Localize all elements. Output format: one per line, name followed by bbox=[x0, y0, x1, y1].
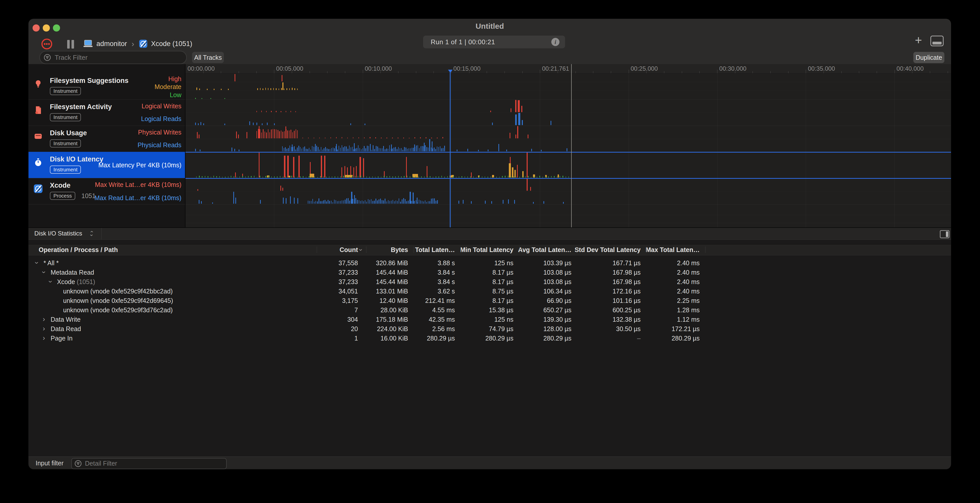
table-row[interactable]: unknown (vnode 0xfe529c9f42bbc2ad)34,051… bbox=[29, 287, 951, 296]
chart-bar bbox=[286, 88, 287, 90]
table-row[interactable]: ›Data Read20224.00 KiB2.56 ms74.79 µs128… bbox=[29, 324, 951, 334]
chart-bar bbox=[332, 202, 333, 204]
chart-bar bbox=[391, 149, 391, 151]
info-icon[interactable]: i bbox=[551, 38, 560, 46]
column-header[interactable]: Std Dev Total Latency bbox=[575, 246, 641, 254]
duplicate-button[interactable]: Duplicate bbox=[913, 52, 944, 63]
breadcrumb-device[interactable]: admonitor bbox=[96, 40, 127, 48]
chart-bar bbox=[302, 138, 303, 138]
chart-bar bbox=[420, 146, 421, 151]
disclosure-triangle[interactable]: › bbox=[40, 271, 48, 273]
column-divider[interactable] bbox=[366, 246, 366, 253]
cell-value: 66.90 µs bbox=[547, 297, 571, 305]
chart-bar bbox=[434, 148, 434, 151]
column-header[interactable]: Avg Total Laten… bbox=[518, 246, 571, 254]
detail-view-selector[interactable]: Disk I/O Statistics bbox=[34, 230, 82, 237]
inspection-head-handle[interactable] bbox=[448, 70, 453, 73]
table-header: Operation / Process / PathCountBytesTota… bbox=[29, 244, 951, 255]
column-header[interactable]: Count bbox=[340, 246, 358, 254]
track-row-disk-io-latency[interactable]: Disk I/O Latency Instrument Max Latency … bbox=[29, 152, 185, 178]
inspection-head[interactable] bbox=[450, 71, 450, 227]
chart-bar bbox=[436, 201, 436, 204]
all-tracks-button[interactable]: All Tracks bbox=[192, 52, 224, 63]
track-kind-badge: Instrument bbox=[50, 113, 81, 121]
cell-value: 3,175 bbox=[342, 297, 358, 305]
chart-bar bbox=[211, 177, 212, 178]
column-divider[interactable] bbox=[646, 246, 647, 253]
column-header[interactable]: Bytes bbox=[391, 246, 408, 254]
chart-bar bbox=[426, 202, 427, 204]
table-row[interactable]: ›Xcode (1051)37,233145.44 MiB3.84 s8.17 … bbox=[29, 277, 951, 287]
breadcrumb-target[interactable]: Xcode (1051) bbox=[151, 40, 192, 48]
chart-bar bbox=[365, 148, 366, 151]
column-header[interactable]: Min Total Latency bbox=[460, 246, 514, 254]
cell-value: 280.29 µs bbox=[543, 335, 571, 342]
timeline-chart-surface[interactable]: 00:00.00000:05.00000:10.00000:15.00000:2… bbox=[186, 64, 951, 227]
chart-bar bbox=[337, 176, 338, 178]
column-divider[interactable] bbox=[414, 246, 414, 253]
chart-bar bbox=[340, 201, 341, 204]
chart-bar bbox=[465, 176, 465, 178]
column-header-operation[interactable]: Operation / Process / Path bbox=[39, 246, 118, 254]
record-button[interactable] bbox=[41, 38, 52, 50]
chart-bar bbox=[416, 146, 417, 151]
chart-bar bbox=[433, 198, 433, 204]
chart-bar bbox=[470, 176, 471, 178]
table-row[interactable]: ›Page In116.00 KiB280.29 µs280.29 µs280.… bbox=[29, 334, 951, 343]
chart-bar bbox=[200, 149, 200, 151]
track-row-xcode-process[interactable]: Xcode Process 1051 Max Write Lat…er 4KB … bbox=[29, 178, 185, 205]
cell-value: 304 bbox=[347, 316, 358, 323]
cell-value: 1 bbox=[355, 335, 358, 342]
chart-bar bbox=[421, 176, 422, 178]
chart-bar bbox=[345, 200, 345, 204]
track-row-disk-usage[interactable]: Disk Usage Instrument Physical Writes Ph… bbox=[29, 125, 185, 152]
chart-bar bbox=[366, 202, 367, 204]
cell-value: 3.88 s bbox=[438, 259, 455, 267]
chart-bar bbox=[286, 111, 286, 112]
chart-bar bbox=[232, 148, 232, 151]
pause-icon[interactable] bbox=[67, 40, 70, 49]
column-divider[interactable] bbox=[520, 246, 520, 253]
track-row-filesystem-activity[interactable]: Filesystem Activity Instrument Logical W… bbox=[29, 100, 185, 126]
disclosure-triangle[interactable]: › bbox=[43, 325, 45, 333]
add-instrument-button[interactable]: + bbox=[911, 33, 926, 47]
disclosure-triangle[interactable]: › bbox=[46, 281, 54, 283]
disclosure-triangle[interactable]: › bbox=[33, 262, 41, 264]
chart-bar bbox=[487, 177, 488, 178]
chart-bar bbox=[310, 149, 311, 151]
run-info-pill[interactable]: Run 1 of 1 | 00:00:21 i bbox=[423, 36, 565, 48]
series-label-moderate: Moderate bbox=[154, 83, 181, 90]
column-header[interactable]: Total Laten… bbox=[415, 246, 455, 254]
table-row[interactable]: ›* All *37,558320.86 MiB3.88 s125 ns103.… bbox=[29, 259, 951, 268]
column-divider[interactable] bbox=[461, 246, 461, 253]
column-divider[interactable] bbox=[577, 246, 577, 253]
cell-value: 106.34 µs bbox=[543, 287, 571, 295]
table-row[interactable]: ›Metadata Read37,233145.44 MiB3.84 s8.17… bbox=[29, 268, 951, 277]
chart-bar bbox=[349, 146, 350, 151]
toggle-inspector-panel-button[interactable] bbox=[940, 230, 950, 238]
cell-value: – bbox=[637, 335, 641, 342]
detail-filter-input[interactable]: Detail Filter bbox=[71, 458, 227, 469]
chevron-up-down-icon[interactable]: ›› bbox=[91, 229, 95, 238]
chart-bar bbox=[328, 200, 328, 204]
column-header[interactable]: Max Total Laten… bbox=[646, 246, 700, 254]
chart-bar bbox=[301, 149, 302, 151]
table-row[interactable]: unknown (vnode 0xfe529c9f42d69645)3,1751… bbox=[29, 296, 951, 305]
sort-indicator-icon[interactable]: › bbox=[357, 249, 365, 251]
chart-bar bbox=[430, 176, 431, 178]
table-row[interactable]: ›Data Write304175.18 MiB42.35 ms125 ns13… bbox=[29, 315, 951, 324]
track-filter-input[interactable]: Track Filter bbox=[40, 51, 187, 64]
chart-bar bbox=[346, 176, 347, 178]
cell-value: 28.00 KiB bbox=[380, 306, 408, 314]
chart-bar bbox=[361, 176, 361, 178]
instruments-window: Untitled admonitor › Xcode (1051) bbox=[29, 19, 951, 469]
toggle-bottom-panel-button[interactable] bbox=[931, 36, 943, 46]
disclosure-triangle[interactable]: › bbox=[43, 315, 45, 323]
chart-bar bbox=[276, 111, 277, 112]
track-row-filesystem-suggestions[interactable]: Filesystem Suggestions Instrument High M… bbox=[29, 73, 185, 100]
chart-bar bbox=[371, 150, 372, 151]
pause-icon[interactable] bbox=[72, 40, 74, 49]
chart-bar bbox=[309, 176, 309, 178]
disclosure-triangle[interactable]: › bbox=[43, 334, 45, 342]
table-row[interactable]: unknown (vnode 0xfe529c9f3d76c2ad)728.00… bbox=[29, 305, 951, 315]
